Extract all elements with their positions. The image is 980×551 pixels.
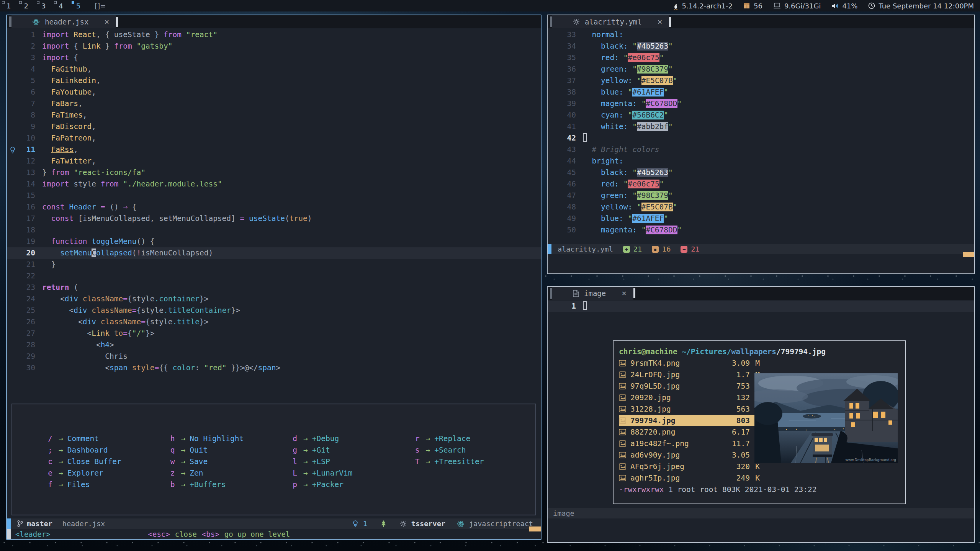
code-text: FaPatreon, (35, 132, 96, 144)
code-line[interactable]: 45 black: "#4b5263" (548, 167, 974, 178)
code-line[interactable]: 2import { Link } from "gatsby" (7, 41, 541, 52)
tab-image[interactable]: image × (552, 287, 633, 300)
code-line[interactable]: 25 <div className={style.titleContainer}… (7, 305, 541, 316)
scrollbar-thumb[interactable] (963, 252, 974, 257)
code-line[interactable]: 50 magenta: "#C678DD" (548, 224, 974, 236)
sign-column (548, 29, 559, 41)
code-line[interactable]: 20 setMenuCollapsed(!isMenuCollapsed) (7, 247, 541, 259)
code-line[interactable]: 1 (548, 301, 974, 312)
code-line[interactable]: 49 blue: "#61AFEF" (548, 213, 974, 224)
code-line[interactable]: 3import { (7, 52, 541, 64)
image-icon (619, 452, 630, 458)
code-text (35, 270, 42, 282)
code-line[interactable]: 19 function toggleMenu() { (7, 236, 541, 247)
code-line[interactable]: 38 blue: "#61AFEF" (548, 87, 974, 98)
statusbar-module: Tue September 14 12:00PM (868, 2, 974, 10)
code-line[interactable]: 33 normal: (548, 29, 974, 41)
code-line[interactable]: 9 FaDiscord, (7, 121, 541, 132)
editor-window-header-jsx: header.jsx × 1import React, { useState }… (6, 15, 542, 540)
file-size: 132 (725, 393, 750, 402)
code-line[interactable]: 36 green: "#98C379" (548, 64, 974, 75)
code-line[interactable]: 23return ( (7, 282, 541, 293)
code-area[interactable]: 33 normal:34 black: "#4b5263"35 red: "#e… (548, 28, 974, 244)
code-line[interactable]: 8 FaTimes, (7, 110, 541, 121)
file-row[interactable]: 31228.jpg563K (619, 403, 760, 415)
code-line[interactable]: 42 (548, 132, 974, 144)
code-line[interactable]: 12 FaTwitter, (7, 155, 541, 167)
statusline-filename: image (553, 509, 574, 517)
code-line[interactable]: 46 red: "#e06c75" (548, 178, 974, 190)
code-text: FaLinkedin, (35, 75, 101, 87)
workspace-tag-2[interactable]: 2 (17, 0, 34, 11)
code-line[interactable]: 16const Header = () ⇒ { (7, 201, 541, 213)
code-line[interactable]: 27 <Link to={"/"}> (7, 328, 541, 339)
code-line[interactable]: 13} from "react-icons/fa" (7, 167, 541, 178)
code-line[interactable]: 21 } (7, 259, 541, 270)
code-line[interactable]: 28 <h4> (7, 339, 541, 351)
code-line[interactable]: 26 <div className={style.title}> (7, 316, 541, 328)
tab-alacritty-yml[interactable]: alacritty.yml × (552, 15, 669, 28)
binding-key: b (169, 480, 177, 489)
code-line[interactable]: 7 FaBars, (7, 98, 541, 110)
code-line[interactable]: 17 const [isMenuCollapsed, setMenuCollap… (7, 213, 541, 224)
file-row[interactable]: 97q9L5D.jpg753K (619, 380, 760, 392)
file-name: 882720.png (630, 428, 725, 437)
which-key-column: d→+Debugg→+Gitl→+LSPL→+LunarVimp→+Packer (291, 433, 413, 515)
code-line[interactable]: 47 green: "#98C379" (548, 190, 974, 201)
sign-column (7, 201, 18, 213)
code-line[interactable]: 44 bright: (548, 155, 974, 167)
code-line[interactable]: 40 cyan: "#56B6C2" (548, 110, 974, 121)
code-line[interactable]: 10 FaPatreon, (7, 132, 541, 144)
which-key-binding: w→Save (169, 456, 291, 467)
close-icon[interactable]: × (104, 17, 109, 26)
command-line[interactable]: <leader> <esc>close<bs>go up one level (7, 529, 541, 539)
layout-symbol[interactable]: []= (87, 2, 113, 10)
code-line[interactable]: 14import style from "./header.module.les… (7, 178, 541, 190)
file-row[interactable]: AFq5r6j.jpeg320K (619, 461, 760, 472)
code-line[interactable]: 34 black: "#4b5263" (548, 41, 974, 52)
command-line (548, 518, 974, 542)
code-line[interactable]: 35 red: "#e06c75" (548, 52, 974, 64)
code-line[interactable]: 37 yellow: "#E5C07B" (548, 75, 974, 87)
image-preview: www.DesktopBackground.org (754, 373, 898, 463)
binding-key: ; (46, 446, 54, 455)
file-row[interactable]: 20920.jpg132K (619, 392, 760, 403)
file-row[interactable]: 882720.png6.17M (619, 426, 760, 438)
code-line[interactable]: 30 <span style={{ color: "red" }}>@</spa… (7, 362, 541, 374)
file-row[interactable]: aghr5Ip.jpg249K (619, 472, 760, 484)
workspace-tag-4[interactable]: 4 (52, 0, 69, 11)
file-row[interactable]: ad6v90y.jpg3.05M (619, 449, 760, 461)
code-line[interactable]: 24 <div className={style.container}> (7, 293, 541, 305)
file-name: 97q9L5D.jpg (630, 382, 725, 391)
git-branch[interactable]: master (27, 520, 52, 528)
scrollbar-thumb[interactable] (529, 526, 541, 531)
close-icon[interactable]: × (658, 17, 663, 26)
workspace-tag-3[interactable]: 3 (35, 0, 52, 11)
file-row[interactable]: a19c482f~.png11.7M (619, 438, 760, 449)
file-size: 803 (725, 416, 750, 425)
code-line[interactable]: 1import React, { useState } from "react" (7, 29, 541, 41)
code-text: FaYoutube, (35, 87, 96, 98)
code-line[interactable]: 43 # Bright colors (548, 144, 974, 155)
code-line[interactable]: 15 (7, 190, 541, 201)
code-line[interactable]: 41 white: "#abb2bf" (548, 121, 974, 132)
top-status-bar: 12345 []= 5.14.2-arch1-2569.6Gi/31Gi41%T… (0, 0, 980, 11)
close-icon[interactable]: × (622, 289, 627, 298)
code-line[interactable]: 11 FaRss, (7, 144, 541, 155)
file-row[interactable]: 24LrDFQ.jpg1.7M (619, 369, 760, 380)
react-icon (457, 520, 465, 528)
file-row[interactable]: 9rsmTK4.png3.09M (619, 357, 760, 369)
code-line[interactable]: 22 (7, 270, 541, 282)
workspace-tag-5[interactable]: 5 (70, 0, 87, 11)
code-line[interactable]: 4 FaGithub, (7, 64, 541, 75)
code-line[interactable]: 6 FaYoutube, (7, 87, 541, 98)
code-line[interactable]: 48 yellow: "#E5C07B" (548, 201, 974, 213)
code-line[interactable]: 29 Chris (7, 351, 541, 362)
tab-header-jsx[interactable]: header.jsx × (11, 15, 116, 28)
file-row[interactable]: 799794.jpg803K (619, 415, 760, 426)
code-line[interactable]: 18 (7, 224, 541, 236)
workspace-tag-1[interactable]: 1 (0, 0, 17, 11)
code-text: FaTimes, (35, 110, 87, 121)
code-line[interactable]: 39 magenta: "#C678DD" (548, 98, 974, 110)
code-line[interactable]: 5 FaLinkedin, (7, 75, 541, 87)
